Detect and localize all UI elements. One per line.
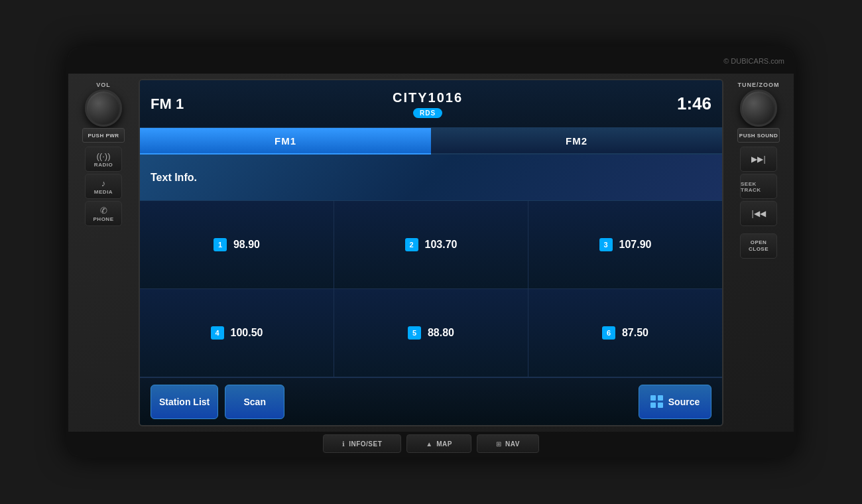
vol-knob[interactable] (85, 90, 122, 127)
source-dot-1 (650, 395, 656, 401)
media-label: MEDIA (94, 189, 113, 195)
open-close-label: OPEN CLOSE (741, 239, 776, 253)
preset-row-1: 1 98.90 2 103.70 3 107.90 (140, 201, 722, 289)
preset-freq-6: 87.50 (622, 327, 648, 339)
source-button[interactable]: Source (639, 385, 711, 419)
preset-num-5: 5 (408, 326, 421, 340)
bottom-buttons: Station List Scan Source (140, 377, 722, 425)
watermark: © DUBICARS.com (723, 57, 784, 65)
preset-freq-4: 100.50 (231, 327, 263, 339)
clock: 1:46 (658, 94, 711, 114)
bottom-nav: ℹ INFO/SET ▲ MAP ⊞ NAV (68, 432, 794, 456)
seek-track-btn: SEEK TRACK (740, 174, 777, 199)
seek-track-label: SEEK TRACK (741, 181, 776, 193)
media-icon: ♪ (101, 178, 106, 188)
presets-area: 1 98.90 2 103.70 3 107.90 4 100. (140, 201, 722, 377)
nav-btn[interactable]: ⊞ NAV (477, 434, 539, 453)
tune-zoom-knob[interactable] (740, 90, 777, 127)
info-set-label: INFO/SET (349, 440, 382, 448)
vol-label: VOL (96, 82, 111, 88)
preset-3[interactable]: 3 107.90 (528, 201, 722, 288)
push-pwr-label: PUSH PWR (88, 133, 119, 139)
map-btn[interactable]: ▲ MAP (406, 434, 471, 453)
media-btn[interactable]: ♪ MEDIA (85, 174, 122, 199)
tab-fm2-label: FM2 (566, 135, 587, 147)
radio-icon: ((·)) (97, 151, 111, 161)
scan-label: Scan (244, 397, 266, 407)
station-list-label: Station List (159, 397, 210, 407)
map-icon: ▲ (426, 440, 432, 448)
preset-5[interactable]: 5 88.80 (334, 289, 528, 377)
preset-6[interactable]: 6 87.50 (528, 289, 722, 377)
left-controls: VOL PUSH PWR ((·)) RADIO ♪ MEDIA ✆ PHONE (74, 79, 133, 426)
seek-back-btn[interactable]: |◀◀ (740, 201, 777, 226)
preset-freq-1: 98.90 (233, 239, 260, 251)
preset-num-4: 4 (211, 326, 224, 340)
source-label: Source (668, 397, 700, 407)
text-info-label: Text Info. (151, 172, 197, 184)
right-btn-group: ▶▶| SEEK TRACK |◀◀ OPEN CLOSE (740, 147, 777, 259)
preset-num-6: 6 (602, 326, 615, 340)
seek-fwd-btn[interactable]: ▶▶| (740, 147, 777, 172)
preset-4[interactable]: 4 100.50 (140, 289, 334, 377)
open-close-btn[interactable]: OPEN CLOSE (740, 233, 777, 259)
preset-1[interactable]: 1 98.90 (140, 201, 334, 288)
screen-header: FM 1 CITY1016 RDS 1:46 (140, 80, 722, 128)
rds-badge: RDS (413, 108, 442, 118)
radio-btn[interactable]: ((·)) RADIO (85, 147, 122, 172)
screen: FM 1 CITY1016 RDS 1:46 FM1 FM2 Text Info… (139, 79, 723, 426)
phone-label: PHONE (93, 216, 114, 222)
preset-num-3: 3 (599, 238, 613, 251)
phone-btn[interactable]: ✆ PHONE (85, 201, 122, 226)
source-dot-2 (658, 395, 663, 401)
preset-freq-5: 88.80 (428, 327, 454, 339)
map-label: MAP (436, 440, 452, 448)
info-icon: ℹ (342, 440, 345, 448)
push-sound-btn[interactable]: PUSH SOUND (737, 128, 780, 143)
preset-num-1: 1 (214, 238, 227, 251)
vol-knob-container: VOL PUSH PWR (82, 82, 125, 143)
tab-fm2[interactable]: FM2 (431, 128, 722, 155)
tune-zoom-label: TUNE/ZOOM (738, 82, 780, 88)
push-sound-label: PUSH SOUND (739, 133, 778, 139)
nav-icon: ⊞ (496, 440, 501, 448)
scan-button[interactable]: Scan (225, 385, 284, 419)
push-pwr-btn[interactable]: PUSH PWR (82, 128, 125, 143)
right-controls: TUNE/ZOOM PUSH SOUND ▶▶| SEEK TRACK |◀◀ … (729, 79, 788, 426)
source-dot-4 (658, 403, 663, 408)
preset-freq-3: 107.90 (619, 239, 652, 251)
station-name: CITY1016 (393, 90, 463, 105)
station-list-button[interactable]: Station List (151, 385, 218, 419)
phone-icon: ✆ (100, 206, 107, 216)
radio-label: RADIO (94, 162, 113, 168)
preset-2[interactable]: 2 103.70 (334, 201, 528, 288)
tab-fm1[interactable]: FM1 (140, 128, 431, 155)
tab-row: FM1 FM2 (140, 128, 722, 155)
info-set-btn[interactable]: ℹ INFO/SET (323, 434, 401, 453)
source-dot-3 (650, 403, 656, 408)
unit-body: VOL PUSH PWR ((·)) RADIO ♪ MEDIA ✆ PHONE (68, 74, 794, 432)
car-unit: © DUBICARS.com VOL PUSH PWR ((·)) RADIO … (66, 46, 796, 458)
left-btn-group: ((·)) RADIO ♪ MEDIA ✆ PHONE (85, 147, 122, 226)
text-info-row: Text Info. (140, 155, 722, 201)
preset-freq-2: 103.70 (425, 239, 458, 251)
preset-row-2: 4 100.50 5 88.80 6 87.50 (140, 289, 722, 377)
source-icon (650, 395, 663, 408)
preset-num-2: 2 (405, 238, 418, 251)
tab-fm1-label: FM1 (275, 135, 296, 147)
band-label: FM 1 (151, 95, 197, 113)
top-bar: © DUBICARS.com (68, 48, 794, 74)
station-info: CITY1016 RDS (197, 90, 658, 118)
tune-zoom-container: TUNE/ZOOM PUSH SOUND (737, 82, 780, 143)
seek-back-icon: |◀◀ (751, 209, 765, 218)
nav-label: NAV (505, 440, 520, 448)
seek-fwd-icon: ▶▶| (751, 155, 765, 164)
